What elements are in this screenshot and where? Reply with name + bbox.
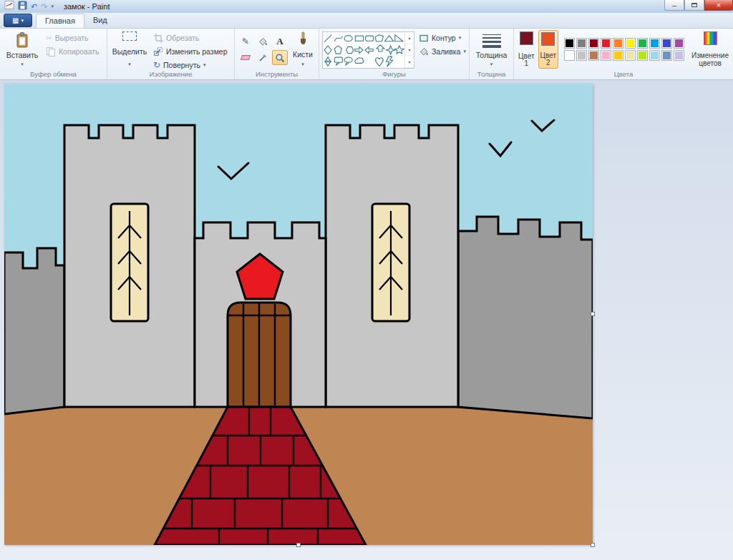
color1-swatch: [520, 31, 533, 45]
edit-colors-label: Изменение цветов: [691, 51, 729, 67]
palette-swatch[interactable]: [674, 38, 684, 49]
undo-icon[interactable]: ↶: [31, 3, 37, 11]
left-curtain-wall: [4, 248, 64, 414]
canvas-resize-handle-bottom[interactable]: [296, 543, 301, 547]
chevron-down-icon: ▾: [490, 62, 493, 67]
minimize-button[interactable]: –: [664, 0, 684, 11]
window-title: замок - Paint: [64, 2, 110, 11]
color2-button[interactable]: Цвет 2: [538, 30, 558, 69]
scissors-icon: ✂: [46, 34, 52, 42]
chevron-down-icon: ▾: [459, 35, 462, 41]
cut-button[interactable]: ✂ Вырезать: [44, 31, 102, 44]
size-button[interactable]: Толщина ▾: [473, 30, 510, 69]
copy-label: Копировать: [59, 47, 99, 56]
palette-swatch[interactable]: [625, 38, 636, 49]
palette-swatch[interactable]: [613, 50, 623, 61]
crop-icon: [153, 33, 163, 43]
paste-button[interactable]: Вставить ▾: [3, 30, 42, 69]
group-colors: Цвет 1 Цвет 2 Изменение цветов Цвета: [514, 29, 733, 79]
outline-icon: [419, 33, 429, 43]
quick-access-toolbar: ↶ ↷ ▾: [4, 0, 54, 13]
bucket-icon: [258, 36, 268, 46]
group-clipboard: Вставить ▾ ✂ Вырезать Копировать Буфер о…: [0, 29, 107, 79]
resize-icon: [153, 46, 163, 57]
clipboard-group-label: Буфер обмена: [0, 70, 107, 79]
tool-grid: ✎ A: [238, 30, 288, 65]
palette-swatch[interactable]: [661, 50, 672, 61]
shapes-scrollbar[interactable]: ▴ ▾ ▾: [404, 32, 414, 68]
rotate-label: Повернуть: [163, 61, 200, 69]
paint-app-icon[interactable]: [4, 0, 14, 13]
title-bar: ↶ ↷ ▾ замок - Paint – ×: [0, 0, 733, 13]
paint-menu-icon: ▦: [12, 17, 19, 24]
fill-tool[interactable]: [255, 34, 271, 49]
shape-fill-button[interactable]: Заливка ▾: [417, 45, 468, 57]
color-picker-tool[interactable]: [255, 50, 271, 65]
maximize-button[interactable]: [684, 0, 704, 11]
pencil-tool[interactable]: ✎: [238, 34, 253, 49]
tab-view[interactable]: Вид: [84, 14, 116, 28]
outline-button[interactable]: Контур ▾: [417, 31, 468, 44]
brushes-button[interactable]: Кисти ▾: [290, 30, 316, 69]
image-group-label: Изображение: [107, 70, 234, 79]
save-icon[interactable]: [18, 0, 27, 13]
palette-swatch[interactable]: [588, 50, 599, 61]
palette-swatch[interactable]: [649, 38, 660, 49]
text-tool[interactable]: A: [272, 34, 288, 49]
bucket-icon: [419, 46, 429, 57]
copy-icon: [46, 46, 56, 57]
chevron-down-icon: ▾: [463, 49, 466, 54]
size-label: Толщина: [476, 51, 507, 59]
palette-swatch[interactable]: [674, 50, 684, 61]
rotate-button[interactable]: ↻ Повернуть ▾: [151, 59, 230, 71]
color-palette: [564, 38, 684, 61]
resize-button[interactable]: Изменить размер: [151, 45, 230, 57]
select-button[interactable]: Выделить ▾: [110, 30, 149, 69]
color1-button[interactable]: Цвет 1: [517, 30, 536, 69]
palette-swatch[interactable]: [637, 38, 648, 49]
palette-swatch[interactable]: [576, 38, 587, 49]
crop-button[interactable]: Обрезать: [151, 31, 230, 44]
palette-swatch[interactable]: [588, 38, 599, 49]
eraser-tool[interactable]: [238, 50, 253, 65]
tab-home[interactable]: Главная: [36, 14, 84, 28]
edit-colors-icon: [704, 31, 717, 45]
edit-colors-button[interactable]: Изменение цветов: [690, 30, 730, 69]
scroll-up-icon[interactable]: ▴: [405, 32, 414, 44]
brush-icon: [297, 31, 309, 47]
palette-swatch[interactable]: [601, 38, 611, 49]
file-menu-button[interactable]: ▦ ▾: [4, 14, 32, 27]
crop-label: Обрезать: [166, 34, 199, 42]
palette-swatch[interactable]: [613, 38, 623, 49]
paint-window: ↶ ↷ ▾ замок - Paint – × ▦ ▾ Главная Вид …: [0, 0, 733, 560]
canvas-resize-handle-right[interactable]: [591, 312, 595, 316]
palette-swatch[interactable]: [576, 50, 587, 61]
pencil-icon: ✎: [242, 36, 249, 46]
right-curtain-wall: [458, 217, 593, 418]
chevron-down-icon: ▾: [128, 62, 131, 67]
paste-label: Вставить: [6, 51, 39, 59]
palette-swatch[interactable]: [564, 38, 575, 49]
gallery-expand-icon[interactable]: ▾: [405, 56, 414, 68]
close-button[interactable]: ×: [704, 0, 733, 11]
palette-swatch[interactable]: [649, 50, 660, 61]
palette-swatch[interactable]: [637, 50, 648, 61]
palette-swatch[interactable]: [601, 50, 611, 61]
magnifier-tool[interactable]: [272, 50, 288, 65]
palette-swatch[interactable]: [625, 50, 636, 61]
redo-icon[interactable]: ↷: [41, 3, 47, 11]
shapes-gallery[interactable]: ▴ ▾ ▾: [322, 31, 414, 69]
palette-swatch[interactable]: [661, 38, 672, 49]
outline-label: Контур: [432, 34, 456, 42]
scroll-down-icon[interactable]: ▾: [405, 44, 414, 57]
copy-button[interactable]: Копировать: [44, 45, 102, 57]
select-label: Выделить: [112, 47, 147, 56]
canvas-resize-handle-corner[interactable]: [591, 543, 595, 547]
drawing-canvas[interactable]: [4, 84, 593, 545]
chevron-down-icon: ▾: [21, 62, 24, 67]
palette-swatch[interactable]: [564, 50, 575, 61]
select-icon: [122, 31, 137, 41]
qat-dropdown-icon[interactable]: ▾: [51, 4, 54, 9]
shapes-group-label: Фигуры: [319, 70, 469, 79]
window-controls: – ×: [664, 0, 733, 11]
